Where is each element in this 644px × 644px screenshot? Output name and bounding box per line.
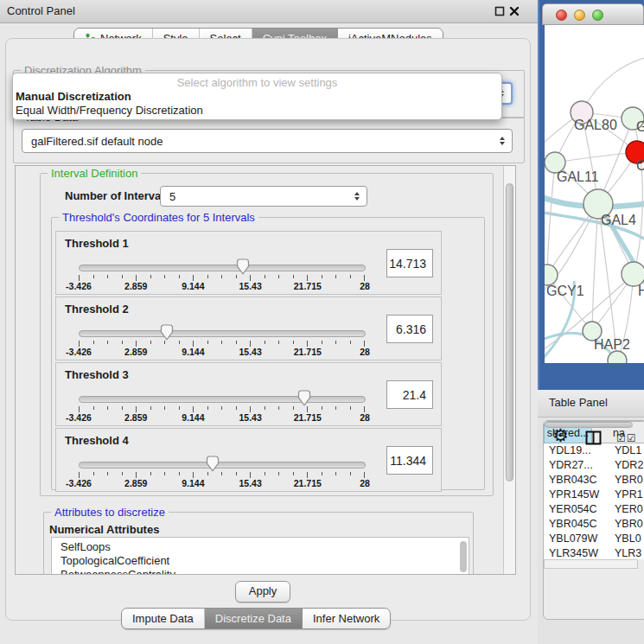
cell-shared-name[interactable]: YBR043C <box>544 473 609 488</box>
numerical-attributes-list[interactable]: SelfLoopsTopologicalCoefficientBetweenne… <box>51 537 469 575</box>
tick-mark <box>293 275 294 278</box>
cell-name[interactable]: YPR1 <box>609 488 643 502</box>
cell-shared-name[interactable]: YDL19... <box>544 443 609 458</box>
threshold-slider-handle[interactable] <box>160 324 174 341</box>
tick-mark <box>79 472 80 478</box>
cell-shared-name[interactable]: YER054C <box>544 502 609 517</box>
table-row[interactable]: YDL19...YDL1 <box>544 443 644 458</box>
close-icon[interactable] <box>509 6 520 16</box>
threshold-value-field[interactable]: 14.713 <box>386 249 433 277</box>
tick-mark <box>250 472 251 478</box>
table-horizontal-scrollbar-thumb[interactable] <box>545 422 633 428</box>
checkbox-filter-icon[interactable]: ☑☑ <box>616 432 637 444</box>
cell-shared-name[interactable]: YPR145W <box>544 488 609 502</box>
tick-mark <box>164 275 165 278</box>
tick-mark <box>107 341 108 344</box>
settings-scrollbar[interactable] <box>503 166 515 574</box>
table-row[interactable]: YPR145WYPR1 <box>544 488 644 502</box>
tab-infer-network[interactable]: Infer Network <box>302 609 390 628</box>
float-window-icon[interactable] <box>494 6 505 16</box>
tab-label: Discretize Data <box>215 612 291 625</box>
zoom-traffic-light-icon[interactable] <box>592 10 603 21</box>
table-row[interactable]: YBR045CYBR0 <box>544 517 644 532</box>
network-node-label: GAL80 <box>574 118 617 132</box>
minimize-traffic-light-icon[interactable] <box>574 10 585 21</box>
cell-name[interactable]: YDL1 <box>609 443 641 458</box>
network-canvas[interactable]: GAL80GACGAL11GAL4GCY1HHAP2 <box>545 25 644 363</box>
network-edge[interactable] <box>555 152 637 163</box>
tick-mark <box>322 472 322 475</box>
cell-name[interactable]: YBR0 <box>609 473 643 488</box>
column-layout-icon[interactable] <box>585 430 602 445</box>
tick-label: 2.859 <box>124 412 147 423</box>
tick-mark <box>335 341 336 344</box>
tick-mark <box>364 472 365 478</box>
tick-mark <box>122 341 123 344</box>
tick-label: 15.43 <box>239 281 261 291</box>
threshold-slider-track[interactable] <box>79 396 366 403</box>
threshold-slider-handle[interactable] <box>206 456 220 472</box>
attribute-list-item[interactable]: SelfLoops <box>52 538 469 554</box>
table-row[interactable]: YBR043CYBR0 <box>544 473 644 488</box>
algorithm-option-manual-discretization[interactable]: Manual Discretization <box>16 90 131 103</box>
apply-button[interactable]: Apply <box>235 581 290 603</box>
attribute-list-item[interactable]: TopologicalCoefficient <box>52 554 469 568</box>
tick-mark <box>350 406 351 410</box>
tick-mark <box>136 275 137 281</box>
threshold-slider-handle[interactable] <box>236 258 250 275</box>
threshold-slider-handle[interactable] <box>297 390 311 406</box>
cell-shared-name[interactable]: YLR345W <box>544 546 609 559</box>
tick-mark <box>164 341 165 344</box>
number-of-intervals-combobox[interactable]: 5 <box>160 186 367 207</box>
table-row[interactable]: YER054CYER0 <box>544 502 644 517</box>
tick-mark <box>236 341 237 344</box>
table-horizontal-scrollbar[interactable] <box>544 559 638 569</box>
network-node-gcy1[interactable] <box>545 265 558 285</box>
gear-icon[interactable]: ⚙ <box>552 426 569 445</box>
tick-mark <box>236 472 237 475</box>
threshold-value-field[interactable]: 6.316 <box>386 315 433 343</box>
network-edge[interactable] <box>582 56 644 112</box>
tab-impute-data[interactable]: Impute Data <box>122 609 204 628</box>
threshold-slider-track[interactable] <box>79 330 366 337</box>
attribute-list-item[interactable]: BetweennessCentrality <box>52 568 469 575</box>
tick-mark <box>207 275 208 278</box>
algorithm-option-equal-width-frequency[interactable]: Equal Width/Frequency Discretization <box>16 104 203 117</box>
table-row[interactable]: YBL079WYBL0 <box>544 532 644 546</box>
number-of-intervals-value: 5 <box>169 190 175 203</box>
tick-mark <box>322 275 322 278</box>
settings-scrollbar-thumb[interactable] <box>506 183 513 481</box>
tick-mark <box>350 472 351 475</box>
table-row[interactable]: YDR27...YDR2 <box>544 458 644 473</box>
tick-mark <box>364 341 365 347</box>
close-traffic-light-icon[interactable] <box>556 10 567 21</box>
threshold-value-field[interactable]: 11.344 <box>386 446 433 475</box>
tick-mark <box>265 341 265 344</box>
table-data-combobox-value: galFiltered.sif default node <box>31 135 163 148</box>
tick-label: 9.144 <box>182 412 204 423</box>
tab-discretize-data[interactable]: Discretize Data <box>204 609 302 628</box>
cell-name[interactable]: YBL0 <box>609 532 641 546</box>
cell-name[interactable]: YER0 <box>609 502 643 517</box>
attributes-list-scrollbar[interactable] <box>460 541 467 572</box>
tick-label: 9.144 <box>182 347 204 357</box>
cell-name[interactable]: YLR3 <box>609 546 641 559</box>
cell-shared-name[interactable]: YDR27... <box>544 458 609 473</box>
tick-mark <box>93 275 94 278</box>
cell-shared-name[interactable]: YBL079W <box>544 532 609 546</box>
threshold-slider-track[interactable] <box>79 462 366 469</box>
network-node-h[interactable] <box>622 262 644 286</box>
threshold-value-field[interactable]: 21.4 <box>386 380 433 409</box>
cell-shared-name[interactable]: YBR045C <box>544 517 609 532</box>
tick-mark <box>221 341 222 344</box>
cell-name[interactable]: YDR2 <box>609 458 643 473</box>
tick-mark <box>250 275 251 281</box>
cell-name[interactable]: YBR0 <box>609 517 643 532</box>
threshold-label: Threshold 3 <box>65 368 129 381</box>
number-of-intervals-label: Number of Intervals <box>65 189 170 202</box>
tick-mark <box>150 341 151 344</box>
threshold-slider-track[interactable] <box>79 265 366 271</box>
table-data-combobox[interactable]: galFiltered.sif default node <box>22 129 513 153</box>
table-row[interactable]: YLR345WYLR3 <box>544 546 644 559</box>
network-edge[interactable] <box>547 163 555 275</box>
